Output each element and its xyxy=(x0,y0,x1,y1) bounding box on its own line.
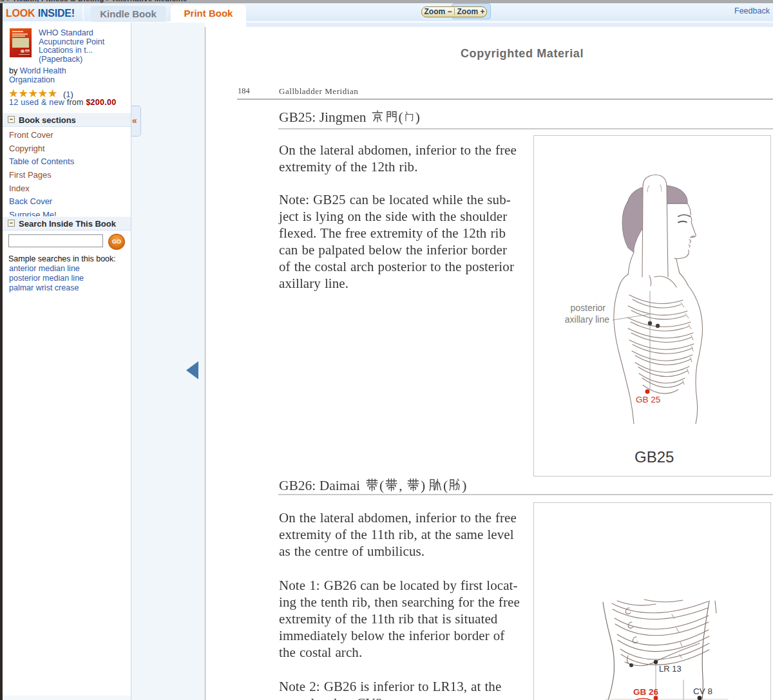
svg-text:GB 25: GB 25 xyxy=(636,395,660,404)
svg-text:GB 26: GB 26 xyxy=(633,687,659,697)
svg-text:posterior: posterior xyxy=(571,303,606,313)
svg-text:LR 13: LR 13 xyxy=(659,664,682,674)
svg-text:CV 8: CV 8 xyxy=(693,686,712,696)
svg-text:axillary line: axillary line xyxy=(565,314,609,325)
